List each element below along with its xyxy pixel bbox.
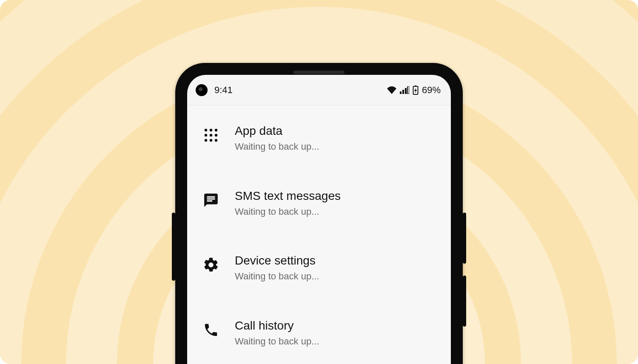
wifi-icon (387, 86, 396, 94)
status-time: 9:41 (214, 85, 233, 96)
list-item-title: SMS text messages (235, 188, 341, 203)
list-item-subtitle: Waiting to back up... (235, 206, 341, 218)
list-item-title: Call history (235, 318, 319, 333)
list-item-call-history[interactable]: Call history Waiting to back up... (199, 308, 439, 358)
svg-rect-1 (402, 90, 404, 94)
svg-point-15 (215, 139, 217, 142)
phone-icon (202, 321, 220, 339)
list-item-title: Device settings (235, 253, 319, 268)
status-bar: 9:41 (187, 75, 451, 105)
battery-icon (413, 85, 419, 95)
volume-down-button[interactable] (463, 276, 466, 327)
camera-cutout (196, 84, 208, 96)
list-item-title: App data (235, 123, 319, 138)
list-item-subtitle: Waiting to back up... (235, 336, 319, 347)
volume-up-button[interactable] (463, 213, 466, 264)
svg-point-11 (210, 134, 212, 136)
svg-point-9 (215, 129, 217, 131)
list-item-app-data[interactable]: App data Waiting to back up... (199, 113, 439, 164)
svg-point-12 (215, 134, 217, 136)
list-item-device-settings[interactable]: Device settings Waiting to back up... (199, 243, 439, 293)
cellular-signal-icon (400, 86, 409, 94)
list-item-subtitle: Waiting to back up... (235, 270, 319, 282)
svg-point-8 (210, 129, 212, 131)
apps-grid-icon (202, 126, 220, 145)
svg-rect-2 (405, 88, 407, 94)
phone-frame: 9:41 (175, 63, 463, 364)
list-item-subtitle: Waiting to back up... (235, 141, 319, 153)
svg-rect-0 (400, 91, 402, 94)
earpiece (293, 71, 345, 74)
svg-point-10 (205, 134, 207, 136)
svg-point-14 (210, 139, 212, 142)
battery-percentage: 69% (422, 85, 441, 96)
backup-list: App data Waiting to back up... SMS text … (187, 105, 451, 364)
svg-point-7 (205, 129, 207, 131)
gear-icon (202, 256, 220, 274)
svg-point-13 (205, 139, 207, 142)
list-item-sms[interactable]: SMS text messages Waiting to back up... (199, 178, 439, 229)
phone-screen: 9:41 (187, 75, 451, 364)
message-icon (202, 191, 220, 210)
power-button[interactable] (172, 213, 175, 281)
illustration-canvas: 9:41 (0, 0, 638, 364)
svg-rect-3 (407, 86, 409, 94)
svg-marker-6 (414, 88, 417, 94)
